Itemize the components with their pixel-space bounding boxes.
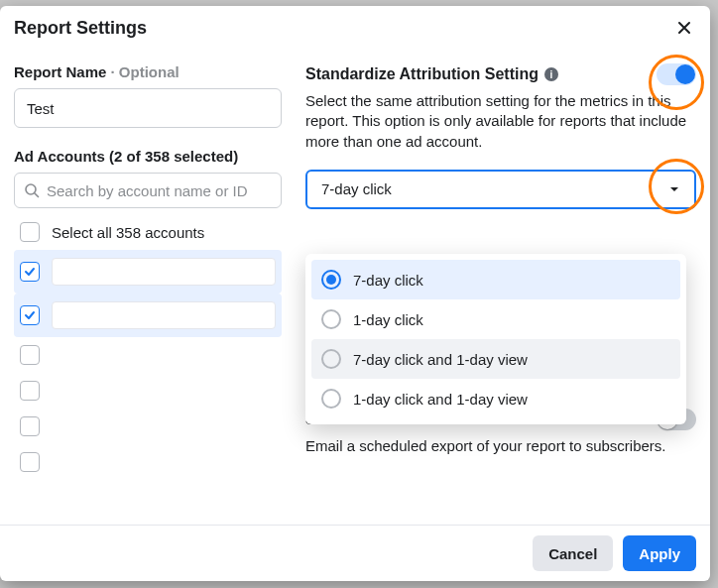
account-row[interactable]: [14, 444, 282, 480]
account-list: Select all 358 accounts: [14, 214, 282, 480]
cancel-button[interactable]: Cancel: [533, 535, 613, 571]
account-checkbox[interactable]: [20, 416, 40, 436]
attribution-option-label: 1-day click: [353, 311, 423, 328]
right-column: Standardize Attribution Setting i Select…: [305, 50, 696, 525]
select-all-checkbox[interactable]: [20, 222, 40, 242]
attribution-option[interactable]: 7-day click: [311, 260, 680, 299]
attribution-option[interactable]: 1-day click: [311, 299, 680, 339]
info-icon[interactable]: i: [544, 67, 558, 81]
account-search-wrap: [14, 173, 282, 208]
attribution-option[interactable]: 7-day click and 1-day view: [311, 339, 680, 379]
radio-icon: [321, 349, 341, 369]
left-column: Report Name · Optional Ad Accounts (2 of…: [14, 50, 282, 525]
apply-button[interactable]: Apply: [623, 535, 696, 571]
attribution-toggle[interactable]: [657, 63, 696, 85]
attribution-option-label: 1-day click and 1-day view: [353, 391, 528, 408]
account-row[interactable]: [14, 337, 282, 373]
select-all-row[interactable]: Select all 358 accounts: [14, 214, 282, 250]
account-name-placeholder: [52, 301, 276, 329]
search-icon: [24, 182, 40, 198]
close-button[interactable]: [672, 16, 696, 40]
modal-body: Report Name · Optional Ad Accounts (2 of…: [0, 44, 710, 525]
report-settings-modal: Report Settings Report Name · Optional A…: [0, 6, 710, 581]
account-checkbox[interactable]: [20, 262, 40, 282]
radio-icon: [321, 270, 341, 290]
attribution-select-value: 7-day click: [321, 180, 392, 197]
attribution-select[interactable]: 7-day click: [305, 170, 696, 209]
modal-footer: Cancel Apply: [0, 525, 710, 581]
attribution-option-label: 7-day click and 1-day view: [353, 351, 528, 368]
account-row[interactable]: [14, 409, 282, 444]
attribution-option-label: 7-day click: [353, 272, 423, 289]
account-name-placeholder: [52, 258, 276, 286]
account-checkbox[interactable]: [20, 345, 40, 365]
attribution-desc: Select the same attribution setting for …: [305, 91, 696, 152]
radio-icon: [321, 309, 341, 329]
chevron-down-icon: [668, 183, 680, 195]
radio-icon: [321, 389, 341, 409]
close-icon: [676, 20, 692, 36]
account-checkbox[interactable]: [20, 305, 40, 325]
schedule-desc: Email a scheduled export of your report …: [305, 436, 696, 456]
account-row[interactable]: [14, 373, 282, 409]
account-checkbox[interactable]: [20, 381, 40, 401]
account-search-input[interactable]: [14, 173, 282, 208]
report-name-label: Report Name · Optional: [14, 63, 282, 80]
report-name-input[interactable]: [14, 88, 282, 128]
attribution-section-head: Standardize Attribution Setting i: [305, 63, 696, 85]
account-row[interactable]: [14, 250, 282, 294]
select-all-label: Select all 358 accounts: [52, 224, 204, 241]
attribution-title: Standardize Attribution Setting i: [305, 65, 558, 83]
ad-accounts-label: Ad Accounts (2 of 358 selected): [14, 148, 282, 165]
attribution-option[interactable]: 1-day click and 1-day view: [311, 379, 680, 418]
modal-title: Report Settings: [14, 18, 147, 39]
account-checkbox[interactable]: [20, 452, 40, 472]
account-row[interactable]: [14, 294, 282, 337]
attribution-dropdown[interactable]: 7-day click1-day click7-day click and 1-…: [305, 254, 686, 424]
modal-header: Report Settings: [0, 6, 710, 44]
